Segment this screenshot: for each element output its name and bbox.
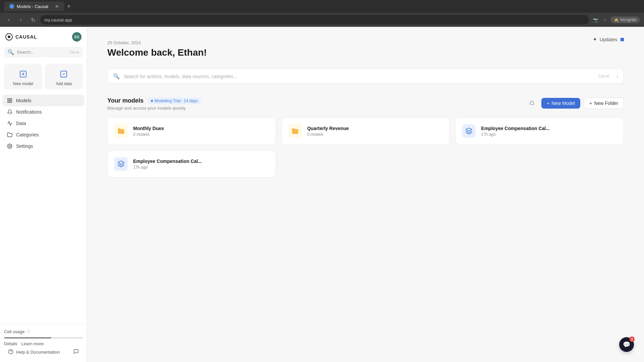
sidebar-bottom: Cell usage ⓘ Details Learn more Help & xyxy=(0,324,87,362)
sidebar: CAUSAL ES 🔍 Search... Ctrl+K New model xyxy=(0,27,87,362)
section-actions: + New Model + New Folder xyxy=(526,97,624,109)
section-title-text: Your models xyxy=(107,97,144,104)
section-subtitle: Manage and access your models quickly xyxy=(107,106,201,111)
model-card-quarterly-revenue[interactable]: Quarterly Revenue 0 models xyxy=(281,117,450,145)
new-model-button[interactable]: + New Model xyxy=(541,98,580,109)
cell-usage-bar xyxy=(4,337,83,339)
search-bar-shortcut: Ctrl+K xyxy=(598,74,610,79)
svg-rect-7 xyxy=(8,101,9,103)
svg-point-12 xyxy=(530,101,534,105)
models-label: Models xyxy=(16,98,31,103)
updates-button[interactable]: ✦ Updates xyxy=(593,36,624,43)
monthly-dues-icon xyxy=(114,124,128,138)
sidebar-item-settings[interactable]: Settings xyxy=(3,140,84,152)
monthly-dues-info: Monthly Dues 0 models xyxy=(133,126,269,137)
tab-close-button[interactable]: ✕ xyxy=(55,4,59,9)
address-bar[interactable] xyxy=(40,15,589,24)
updates-dot xyxy=(621,38,624,41)
sidebar-item-models[interactable]: Models xyxy=(3,95,84,106)
svg-rect-6 xyxy=(10,99,12,100)
quarterly-revenue-info: Quarterly Revenue 0 models xyxy=(307,126,443,137)
cell-usage-actions: Details Learn more xyxy=(4,341,83,346)
svg-rect-5 xyxy=(8,99,9,100)
help-icon xyxy=(8,349,13,355)
quarterly-revenue-name: Quarterly Revenue xyxy=(307,126,443,131)
svg-line-13 xyxy=(533,104,534,105)
svg-rect-8 xyxy=(10,101,12,103)
quarterly-revenue-meta: 0 models xyxy=(307,132,443,137)
sidebar-item-notifications[interactable]: Notifications xyxy=(3,106,84,118)
search-placeholder: Search... xyxy=(17,50,66,55)
monthly-dues-name: Monthly Dues xyxy=(133,126,269,131)
logo-icon xyxy=(5,33,13,41)
forward-button[interactable]: › xyxy=(16,15,25,24)
search-icon: 🔍 xyxy=(7,49,14,55)
new-folder-plus-icon: + xyxy=(589,101,592,106)
details-link[interactable]: Details xyxy=(4,341,17,346)
chat-badge: 3 xyxy=(629,337,635,342)
chat-icon xyxy=(73,349,79,355)
bookmark-button[interactable]: ☆ xyxy=(602,16,608,24)
employee-comp-1-name: Employee Compensation Cal... xyxy=(481,126,617,131)
sidebar-search[interactable]: 🔍 Search... Ctrl+K xyxy=(4,47,83,57)
back-button[interactable]: ‹ xyxy=(4,15,13,24)
employee-comp-1-icon xyxy=(462,124,476,138)
browser-tab[interactable]: Models - Causal ✕ xyxy=(4,2,64,11)
search-bar-icon: 🔍 xyxy=(113,73,120,79)
cell-usage-label: Cell usage xyxy=(4,329,24,334)
search-shortcut: Ctrl+K xyxy=(69,50,79,54)
trial-dot xyxy=(151,100,153,102)
new-model-button-label: New Model xyxy=(551,101,575,106)
updates-label: Updates xyxy=(600,37,617,42)
trial-badge-text: Modelling Trial · 14 days xyxy=(155,99,198,103)
sidebar-item-categories[interactable]: Categories xyxy=(3,129,84,140)
global-search-bar[interactable]: 🔍 Search for actions, models, data sourc… xyxy=(107,69,624,84)
tab-title: Models - Causal xyxy=(17,4,48,9)
models-icon xyxy=(7,98,13,104)
chat-bubble[interactable]: 💬 3 xyxy=(619,337,634,352)
page-title: Welcome back, Ethan! xyxy=(107,47,624,58)
help-label: Help & Documentation xyxy=(16,350,60,355)
cell-usage-header: Cell usage ⓘ xyxy=(4,329,83,335)
add-data-shortcut[interactable]: Add data xyxy=(45,64,83,89)
categories-label: Categories xyxy=(16,132,39,137)
incognito-badge: 🕵 Incognito xyxy=(610,16,640,23)
new-tab-button[interactable]: + xyxy=(67,3,71,10)
browser-nav: ‹ › ↻ 📷 ☆ 🕵 Incognito xyxy=(0,13,644,27)
model-card-monthly-dues[interactable]: Monthly Dues 0 models xyxy=(107,117,276,145)
help-documentation[interactable]: Help & Documentation xyxy=(4,346,83,358)
trial-badge: Modelling Trial · 14 days xyxy=(148,98,201,104)
cell-usage-fill xyxy=(4,337,51,339)
model-card-employee-comp-1[interactable]: Employee Compensation Cal... 17h ago xyxy=(455,117,624,145)
notifications-icon xyxy=(7,109,13,115)
main-content: ✦ Updates 25 October, 2024 Welcome back,… xyxy=(87,27,644,362)
data-label: Data xyxy=(16,121,26,126)
camera-off-button[interactable]: 📷 xyxy=(592,16,600,24)
add-data-shortcut-icon xyxy=(58,69,69,79)
cell-usage-info-icon: ⓘ xyxy=(26,329,31,335)
browser-titlebar: Models - Causal ✕ + xyxy=(0,0,644,13)
sidebar-logo: CAUSAL xyxy=(5,33,37,41)
new-folder-button-label: New Folder xyxy=(594,101,618,106)
employee-comp-1-meta: 17h ago xyxy=(481,132,617,137)
model-card-employee-comp-2[interactable]: Employee Compensation Cal... 17h ago xyxy=(107,150,276,178)
updates-plus-icon: ✦ xyxy=(593,36,597,43)
settings-label: Settings xyxy=(16,143,33,149)
employee-comp-1-info: Employee Compensation Cal... 17h ago xyxy=(481,126,617,137)
new-model-shortcut[interactable]: New model xyxy=(4,64,42,89)
logo-dot xyxy=(8,36,10,38)
section-title-group: Your models Modelling Trial · 14 days Ma… xyxy=(107,97,201,111)
reload-button[interactable]: ↻ xyxy=(28,15,38,24)
incognito-icon: 🕵 xyxy=(614,17,619,22)
search-bar-placeholder: Search for actions, models, data sources… xyxy=(124,74,594,79)
employee-comp-2-icon xyxy=(114,157,128,171)
svg-point-9 xyxy=(9,145,10,147)
new-folder-button[interactable]: + New Folder xyxy=(584,98,624,109)
settings-icon xyxy=(7,143,13,149)
avatar[interactable]: ES xyxy=(72,32,82,42)
sidebar-item-data[interactable]: Data xyxy=(3,118,84,129)
learn-more-link[interactable]: Learn more xyxy=(21,341,44,346)
chat-icon: 💬 xyxy=(623,341,630,348)
models-grid: Monthly Dues 0 models Quarterly Revenue … xyxy=(107,117,624,178)
search-models-button[interactable] xyxy=(526,97,538,109)
